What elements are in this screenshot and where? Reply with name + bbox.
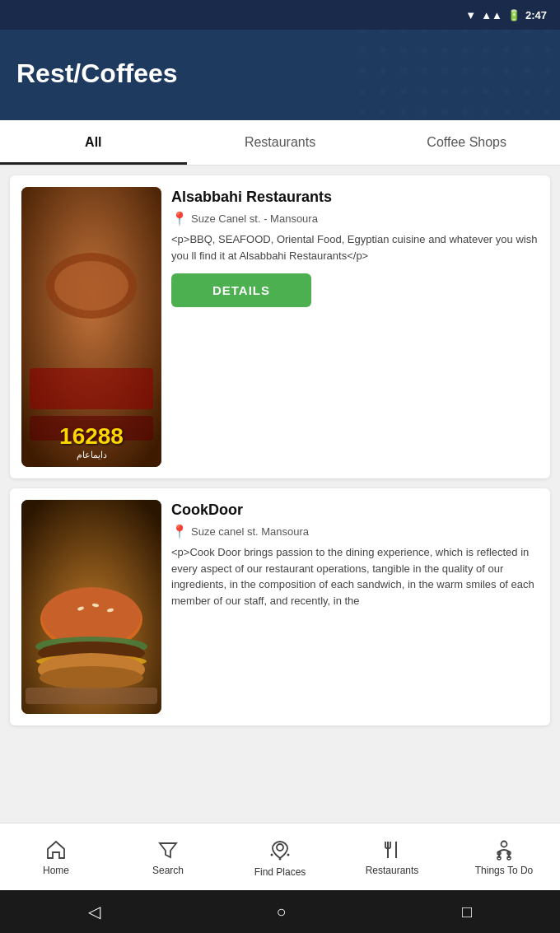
location-pin-icon: 📍 [171,211,188,226]
location-pin-icon-2: 📍 [171,524,188,539]
svg-rect-58 [30,368,153,409]
nav-home[interactable]: Home [0,823,112,890]
nav-search-label: Search [152,865,184,876]
card-cookdoor-info: CookDoor 📍 Suze canel st. Mansoura <p>Co… [171,500,539,714]
nav-find-places-label: Find Places [254,866,306,878]
card-alsabbahi-location: 📍 Suze Canel st. - Mansoura [171,211,539,226]
svg-point-15 [441,47,448,54]
svg-point-47 [421,109,427,115]
svg-point-53 [544,109,551,115]
svg-point-9 [544,30,551,33]
svg-point-13 [400,47,407,54]
page-title: Rest/Coffees [16,58,178,89]
tab-restaurants[interactable]: Restaurants [187,120,374,165]
svg-point-29 [503,68,510,74]
svg-point-75 [279,857,282,860]
svg-point-7 [503,30,510,33]
svg-point-4 [441,30,448,33]
header-decoration [346,30,560,120]
status-bar: ▼ ▲▲ 🔋 2:47 [0,0,560,30]
svg-point-16 [462,47,469,54]
svg-point-0 [359,30,366,33]
category-tabs: All Restaurants Coffee Shops [0,120,560,166]
bottom-navigation: Home Search Find Places Restaurants [0,823,560,890]
tab-coffee-shops[interactable]: Coffee Shops [373,120,560,165]
svg-point-70 [40,666,143,689]
card-alsabbahi-title: Alsabbahi Restaurants [171,189,539,206]
svg-point-25 [421,68,427,74]
svg-point-72 [277,844,283,851]
card-alsabbahi-description: <p>BBQ, SEAFOOD, Oriental Food, Egyptian… [171,231,539,264]
svg-point-45 [380,109,386,115]
svg-point-78 [502,841,507,847]
svg-point-22 [359,68,366,74]
details-button-alsabbahi[interactable]: DETAILS [171,273,311,307]
svg-point-20 [544,47,551,54]
svg-point-11 [359,47,366,54]
card-alsabbahi-info: Alsabbahi Restaurants 📍 Suze Canel st. -… [171,187,539,467]
nav-things-to-do[interactable]: Things To Do [448,823,560,890]
svg-point-40 [503,88,510,95]
svg-point-23 [380,68,386,74]
card-cookdoor-description: <p>Cook Door brings passion to the dinin… [171,544,539,609]
svg-point-26 [441,68,448,74]
battery-icon: 🔋 [507,9,520,21]
content-area: 16288 دايماعام Alsabbahi Restaurants 📍 S… [0,166,560,823]
nav-search[interactable]: Search [112,823,224,890]
svg-point-73 [271,853,273,856]
svg-point-1 [380,30,386,33]
svg-point-28 [483,68,489,74]
svg-point-48 [441,109,448,115]
svg-point-31 [544,68,551,74]
svg-point-46 [400,109,407,115]
svg-point-39 [483,88,489,95]
svg-point-44 [359,109,366,115]
find-places-icon [267,837,293,863]
svg-point-8 [524,30,530,33]
svg-point-49 [462,109,469,115]
svg-point-57 [54,261,128,310]
restaurants-icon [380,838,404,861]
svg-point-34 [380,88,386,95]
app-header: Rest/Coffees [0,30,560,120]
card-alsabbahi-image: 16288 دايماعام [21,187,161,467]
home-icon [44,838,68,861]
svg-point-50 [483,109,489,115]
time-display: 2:47 [525,9,547,21]
svg-point-74 [287,853,290,856]
svg-point-33 [359,88,366,95]
android-nav-bar: ◁ ○ □ [0,890,560,933]
svg-point-36 [421,88,427,95]
tab-all[interactable]: All [0,120,187,165]
wifi-icon: ▼ [465,9,476,21]
svg-point-35 [400,88,407,95]
svg-point-18 [503,47,510,54]
svg-point-6 [483,30,489,33]
card-cookdoor-title: CookDoor [171,501,539,519]
svg-point-38 [462,88,469,95]
nav-find-places[interactable]: Find Places [224,823,336,890]
card-cookdoor: CookDoor 📍 Suze canel st. Mansoura <p>Co… [10,488,550,725]
svg-point-41 [524,88,530,95]
svg-point-24 [400,68,407,74]
card-cookdoor-location: 📍 Suze canel st. Mansoura [171,524,539,539]
svg-point-12 [380,47,386,54]
svg-point-3 [421,30,427,33]
signal-icon: ▲▲ [481,9,502,21]
svg-point-42 [544,88,551,95]
android-recent-button[interactable]: □ [462,903,472,921]
search-icon [156,838,180,861]
restaurant-image-number: 16288 [59,423,124,450]
card-cookdoor-image [21,500,161,714]
android-back-button[interactable]: ◁ [88,902,100,921]
android-home-button[interactable]: ○ [276,903,286,921]
svg-point-14 [421,47,427,54]
restaurant-image-sub: دايماعام [77,450,107,460]
svg-point-27 [462,68,469,74]
svg-rect-71 [26,688,157,704]
svg-point-2 [400,30,407,33]
nav-restaurants[interactable]: Restaurants [336,823,448,890]
svg-point-51 [503,109,510,115]
status-icons: ▼ ▲▲ 🔋 2:47 [465,9,547,21]
svg-point-52 [524,109,530,115]
